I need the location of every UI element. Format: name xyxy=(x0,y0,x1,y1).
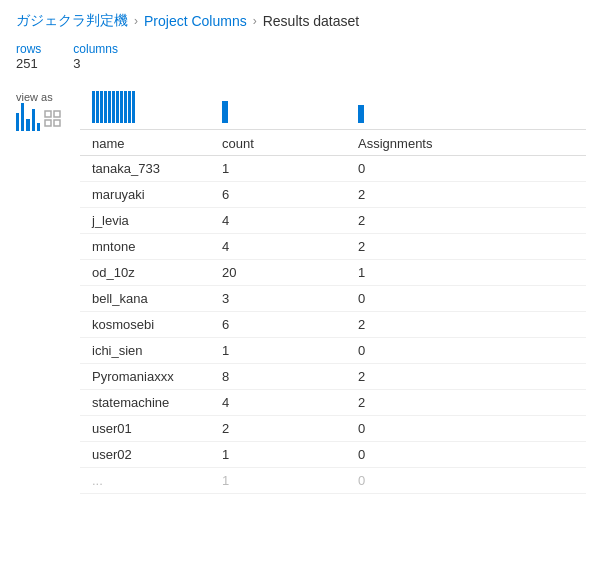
table-row: user0210 xyxy=(80,442,586,468)
table-row: od_10z201 xyxy=(80,260,586,286)
cell-name: ichi_sien xyxy=(80,338,210,364)
cell-assignments: 2 xyxy=(346,208,586,234)
cell-count: 20 xyxy=(210,260,346,286)
col-header-count xyxy=(210,83,346,130)
col-label-assignments: Assignments xyxy=(346,130,586,156)
cell-assignments: 2 xyxy=(346,182,586,208)
table-row: maruyaki62 xyxy=(80,182,586,208)
table-row: bell_kana30 xyxy=(80,286,586,312)
svg-rect-0 xyxy=(45,111,51,117)
table-row: mntone42 xyxy=(80,234,586,260)
svg-rect-2 xyxy=(45,120,51,126)
cell-count: 3 xyxy=(210,286,346,312)
col-header-name xyxy=(80,83,210,130)
data-table: name count Assignments tanaka_73310maruy… xyxy=(80,83,586,494)
rows-stat: rows 251 xyxy=(16,42,41,71)
cell-name: bell_kana xyxy=(80,286,210,312)
bar-chart-view-icon[interactable] xyxy=(16,109,40,131)
breadcrumb-item-3: Results dataset xyxy=(263,13,360,29)
breadcrumb-item-2[interactable]: Project Columns xyxy=(144,13,247,29)
breadcrumb-sep-1: › xyxy=(134,14,138,28)
table-row: tanaka_73310 xyxy=(80,156,586,182)
view-as-label: view as xyxy=(16,91,72,103)
cell-count: 4 xyxy=(210,234,346,260)
table-row: kosmosebi62 xyxy=(80,312,586,338)
cell-assignments: 0 xyxy=(346,156,586,182)
cell-assignments: 0 xyxy=(346,338,586,364)
main-content: view as xyxy=(0,83,594,494)
col-label-count: count xyxy=(210,130,346,156)
table-row: Pyromaniaxxx82 xyxy=(80,364,586,390)
cell-count: 4 xyxy=(210,390,346,416)
cell-assignments: 0 xyxy=(346,442,586,468)
breadcrumb-item-1[interactable]: ガジェクラ判定機 xyxy=(16,12,128,30)
col-header-assignments xyxy=(346,83,586,130)
view-as-icons xyxy=(16,109,72,131)
table-row: statemachine42 xyxy=(80,390,586,416)
cell-count: 6 xyxy=(210,182,346,208)
cell-count: 1 xyxy=(210,468,346,494)
grid-view-icon[interactable] xyxy=(44,110,62,131)
rows-label: rows xyxy=(16,42,41,56)
cell-name: od_10z xyxy=(80,260,210,286)
stats-row: rows 251 columns 3 xyxy=(0,38,594,83)
cell-name: Pyromaniaxxx xyxy=(80,364,210,390)
cell-assignments: 0 xyxy=(346,416,586,442)
columns-value: 3 xyxy=(73,56,118,71)
breadcrumb: ガジェクラ判定機 › Project Columns › Results dat… xyxy=(0,0,594,38)
cell-count: 1 xyxy=(210,442,346,468)
cell-assignments: 2 xyxy=(346,234,586,260)
col-label-name: name xyxy=(80,130,210,156)
cell-name: statemachine xyxy=(80,390,210,416)
cell-name: user01 xyxy=(80,416,210,442)
cell-count: 4 xyxy=(210,208,346,234)
cell-count: 6 xyxy=(210,312,346,338)
cell-count: 1 xyxy=(210,156,346,182)
rows-value: 251 xyxy=(16,56,41,71)
cell-name: user02 xyxy=(80,442,210,468)
cell-count: 1 xyxy=(210,338,346,364)
table-row: ...10 xyxy=(80,468,586,494)
cell-assignments: 2 xyxy=(346,390,586,416)
cell-assignments: 0 xyxy=(346,468,586,494)
svg-rect-3 xyxy=(54,120,60,126)
cell-name: kosmosebi xyxy=(80,312,210,338)
cell-assignments: 1 xyxy=(346,260,586,286)
cell-assignments: 2 xyxy=(346,312,586,338)
cell-name: j_levia xyxy=(80,208,210,234)
cell-count: 2 xyxy=(210,416,346,442)
breadcrumb-sep-2: › xyxy=(253,14,257,28)
cell-name: mntone xyxy=(80,234,210,260)
svg-rect-1 xyxy=(54,111,60,117)
view-as-panel: view as xyxy=(0,83,80,494)
table-container: name count Assignments tanaka_73310maruy… xyxy=(80,83,594,494)
cell-count: 8 xyxy=(210,364,346,390)
columns-stat: columns 3 xyxy=(73,42,118,71)
table-row: ichi_sien10 xyxy=(80,338,586,364)
columns-label: columns xyxy=(73,42,118,56)
table-row: user0120 xyxy=(80,416,586,442)
cell-assignments: 2 xyxy=(346,364,586,390)
cell-name: maruyaki xyxy=(80,182,210,208)
cell-name: ... xyxy=(80,468,210,494)
cell-assignments: 0 xyxy=(346,286,586,312)
cell-name: tanaka_733 xyxy=(80,156,210,182)
table-row: j_levia42 xyxy=(80,208,586,234)
